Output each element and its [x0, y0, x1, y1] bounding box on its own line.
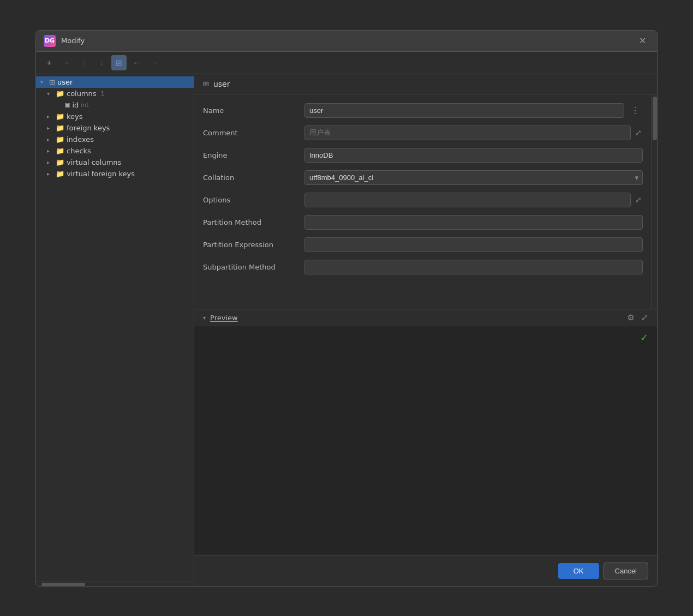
partition-expression-label: Partition Expression: [203, 237, 296, 249]
tree-item-user[interactable]: ▾ ⊞ user: [36, 76, 194, 88]
tree-item-virtual-foreign-keys[interactable]: ▸ 📁 virtual foreign keys: [36, 168, 194, 180]
chevron-right-icon: ▸: [47, 113, 53, 119]
tree-label-virtual-foreign-keys: virtual foreign keys: [67, 170, 135, 178]
remove-button[interactable]: −: [59, 55, 74, 70]
subpartition-method-input[interactable]: [304, 260, 643, 274]
partition-method-label: Partition Method: [203, 215, 296, 226]
column-icon: ▣: [64, 101, 70, 109]
partition-expression-control: [304, 237, 643, 252]
tree-item-id[interactable]: ▾ ▣ id int: [36, 99, 194, 111]
partition-expression-input[interactable]: [304, 237, 643, 252]
tree-label-indexes: indexes: [67, 135, 94, 143]
name-row: Name ⋮: [203, 103, 643, 118]
tree-item-virtual-columns[interactable]: ▸ 📁 virtual columns: [36, 157, 194, 168]
options-input[interactable]: [304, 193, 631, 207]
tree: ▾ ⊞ user ▾ 📁 columns 1 ▾ ▣ id int: [36, 74, 194, 582]
tree-label-foreign-keys: foreign keys: [67, 124, 110, 132]
tree-label-checks: checks: [67, 147, 91, 155]
tree-label-columns: columns: [67, 89, 97, 98]
folder-icon: 📁: [56, 124, 64, 132]
engine-input[interactable]: [304, 148, 643, 163]
chevron-down-icon: ▾: [203, 315, 206, 321]
preview-label: Preview: [210, 314, 238, 322]
engine-control: [304, 148, 643, 163]
modify-dialog: DG Modify ✕ + − ↑ ↓ ⊞ ← → ▾ ⊞ user ▾: [35, 30, 658, 587]
tree-item-indexes[interactable]: ▸ 📁 indexes: [36, 134, 194, 145]
panel-title: user: [213, 80, 230, 88]
form-content: Name ⋮ Comment ⤢: [194, 94, 652, 309]
columns-badge: 1: [101, 90, 105, 97]
folder-icon: 📁: [56, 135, 64, 143]
move-up-button[interactable]: ↑: [76, 55, 92, 70]
options-label: Options: [203, 193, 296, 204]
scrollbar-thumb: [41, 583, 85, 586]
horizontal-scrollbar[interactable]: [36, 582, 194, 586]
name-more-button[interactable]: ⋮: [628, 104, 643, 117]
tree-item-keys[interactable]: ▸ 📁 keys: [36, 111, 194, 122]
chevron-down-icon: ▾: [47, 91, 53, 97]
forward-button[interactable]: →: [146, 55, 162, 70]
options-row: Options ⤢: [203, 193, 643, 207]
pin-button[interactable]: ⊞: [111, 55, 127, 70]
subpartition-method-control: [304, 260, 643, 274]
gear-icon[interactable]: ⚙: [628, 313, 635, 322]
panel-header: ⊞ user: [194, 74, 657, 94]
main-content: ▾ ⊞ user ▾ 📁 columns 1 ▾ ▣ id int: [36, 74, 657, 586]
comment-input[interactable]: [304, 125, 631, 140]
titlebar: DG Modify ✕: [36, 31, 657, 52]
dialog-title: Modify: [61, 37, 630, 45]
comment-expand-button[interactable]: ⤢: [634, 127, 643, 138]
id-type: int: [81, 101, 88, 109]
folder-icon: 📁: [56, 112, 64, 121]
check-icon: ✓: [640, 332, 648, 343]
preview-actions: ⚙ ⤢: [628, 313, 648, 322]
toolbar: + − ↑ ↓ ⊞ ← →: [36, 52, 657, 74]
table-icon: ⊞: [49, 78, 55, 86]
preview-header[interactable]: ▾ Preview ⚙ ⤢: [194, 309, 657, 326]
collation-control: utf8mb4_0900_ai_ci utf8mb4_unicode_ci ut…: [304, 170, 643, 185]
folder-icon: 📁: [56, 170, 64, 178]
sidebar: ▾ ⊞ user ▾ 📁 columns 1 ▾ ▣ id int: [36, 74, 194, 586]
chevron-right-icon: ▸: [47, 136, 53, 142]
table-icon: ⊞: [203, 80, 209, 88]
preview-body: ✓: [194, 326, 657, 555]
close-button[interactable]: ✕: [636, 35, 649, 46]
partition-method-input[interactable]: [304, 215, 643, 230]
collation-label: Collation: [203, 170, 296, 182]
chevron-right-icon: ▸: [47, 159, 53, 165]
back-button[interactable]: ←: [129, 55, 144, 70]
move-down-button[interactable]: ↓: [94, 55, 109, 70]
comment-control: ⤢: [304, 125, 643, 140]
cancel-button[interactable]: Cancel: [604, 563, 648, 579]
tree-label-keys: keys: [67, 112, 83, 121]
folder-icon: 📁: [56, 89, 64, 98]
vertical-scrollbar[interactable]: [652, 94, 657, 309]
comment-row: Comment ⤢: [203, 125, 643, 140]
add-button[interactable]: +: [41, 55, 57, 70]
tree-item-columns[interactable]: ▾ 📁 columns 1: [36, 88, 194, 99]
subpartition-method-label: Subpartition Method: [203, 260, 296, 271]
collation-row: Collation utf8mb4_0900_ai_ci utf8mb4_uni…: [203, 170, 643, 185]
tree-item-foreign-keys[interactable]: ▸ 📁 foreign keys: [36, 122, 194, 134]
ok-button[interactable]: OK: [558, 563, 599, 579]
partition-expression-row: Partition Expression: [203, 237, 643, 252]
app-icon: DG: [44, 35, 56, 47]
tree-label-virtual-columns: virtual columns: [67, 158, 121, 166]
chevron-right-icon: ▸: [47, 125, 53, 131]
bottom-bar: OK Cancel: [194, 555, 657, 586]
collation-select-wrap: utf8mb4_0900_ai_ci utf8mb4_unicode_ci ut…: [304, 170, 643, 185]
chevron-right-icon: ▸: [47, 171, 53, 177]
tree-item-checks[interactable]: ▸ 📁 checks: [36, 145, 194, 157]
tree-label-id: id: [72, 101, 79, 109]
form-area: Name ⋮ Comment ⤢: [194, 94, 652, 283]
chevron-right-icon: ▸: [47, 148, 53, 154]
engine-label: Engine: [203, 148, 296, 159]
name-label: Name: [203, 103, 296, 115]
comment-label: Comment: [203, 125, 296, 137]
export-icon[interactable]: ⤢: [641, 313, 648, 322]
collation-select[interactable]: utf8mb4_0900_ai_ci utf8mb4_unicode_ci ut…: [304, 170, 643, 185]
options-expand-button[interactable]: ⤢: [634, 194, 643, 205]
scrollbar-thumb-vertical: [653, 97, 657, 140]
name-input[interactable]: [304, 103, 624, 118]
partition-method-control: [304, 215, 643, 230]
